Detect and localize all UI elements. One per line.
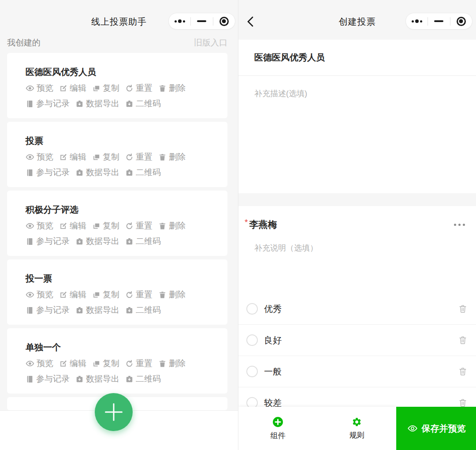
edit-button[interactable]: 编辑 xyxy=(59,151,86,163)
reset-button[interactable]: 重置 xyxy=(125,289,152,300)
pencil-square-icon xyxy=(59,291,67,299)
action-label: 重置 xyxy=(136,151,152,163)
action-label: 预览 xyxy=(37,151,53,163)
poll-action-row: 预览 编辑 复制 重置 删除 xyxy=(26,82,219,94)
vote-title-input[interactable]: 医德医风优秀人员 xyxy=(238,40,476,76)
action-label: 数据导出 xyxy=(86,167,119,178)
more-menu-button[interactable] xyxy=(169,13,190,29)
action-label: 参与记录 xyxy=(36,373,70,385)
action-label: 二维码 xyxy=(136,373,161,385)
delete-button[interactable]: 删除 xyxy=(158,220,186,232)
radio-circle-icon[interactable] xyxy=(246,366,258,377)
trash-icon xyxy=(158,84,167,93)
edit-button[interactable]: 编辑 xyxy=(59,289,86,300)
edit-button[interactable]: 编辑 xyxy=(59,220,86,232)
download-box-icon xyxy=(125,306,134,315)
edit-button[interactable]: 编辑 xyxy=(59,358,86,369)
target-circle-icon xyxy=(457,17,466,26)
dot-icon xyxy=(454,224,456,226)
qrcode-button[interactable]: 二维码 xyxy=(125,167,161,178)
trash-outline-icon[interactable] xyxy=(458,335,468,345)
question-note-input[interactable]: 补充说明（选填） xyxy=(254,243,476,253)
close-target-button[interactable] xyxy=(213,13,235,29)
copy-button[interactable]: 复制 xyxy=(92,151,119,163)
qrcode-button[interactable]: 二维码 xyxy=(125,373,161,385)
reset-button[interactable]: 重置 xyxy=(125,220,152,232)
action-label: 复制 xyxy=(103,289,119,300)
copy-button[interactable]: 复制 xyxy=(92,289,119,300)
question-title-input[interactable]: 李燕梅 xyxy=(249,218,277,231)
description-input[interactable]: 补充描述(选填) xyxy=(238,76,476,111)
reset-button[interactable]: 重置 xyxy=(125,358,152,369)
records-button[interactable]: 参与记录 xyxy=(26,304,70,316)
qrcode-button[interactable]: 二维码 xyxy=(125,98,161,109)
trash-icon xyxy=(158,222,167,230)
eye-icon xyxy=(26,290,34,299)
radio-circle-icon[interactable] xyxy=(246,303,258,315)
records-button[interactable]: 参与记录 xyxy=(26,98,70,109)
action-label: 预览 xyxy=(37,82,53,94)
close-target-button[interactable] xyxy=(450,13,472,29)
export-button[interactable]: 数据导出 xyxy=(75,373,119,385)
copy-button[interactable]: 复制 xyxy=(92,82,119,94)
question-more-button[interactable] xyxy=(453,221,466,229)
download-box-icon xyxy=(125,375,134,383)
action-label: 参与记录 xyxy=(36,167,70,178)
dot-icon xyxy=(415,19,419,23)
preview-button[interactable]: 预览 xyxy=(26,82,53,94)
delete-button[interactable]: 删除 xyxy=(158,358,186,369)
export-button[interactable]: 数据导出 xyxy=(75,304,119,316)
action-label: 编辑 xyxy=(70,358,86,369)
delete-button[interactable]: 删除 xyxy=(158,82,186,94)
option-label: 一般 xyxy=(264,366,282,378)
plus-circle-icon xyxy=(272,416,283,428)
poll-card: 医德医风优秀人员 预览 编辑 复制 重置 删除 xyxy=(7,53,227,118)
records-button[interactable]: 参与记录 xyxy=(26,236,70,247)
add-poll-fab-button[interactable] xyxy=(95,393,133,431)
preview-button[interactable]: 预览 xyxy=(26,220,53,232)
preview-button[interactable]: 预览 xyxy=(26,151,53,163)
download-box-icon xyxy=(75,375,84,383)
minimize-dash-icon xyxy=(434,20,443,22)
components-label: 组件 xyxy=(271,431,286,441)
preview-button[interactable]: 预览 xyxy=(26,289,53,300)
more-menu-button[interactable] xyxy=(406,13,428,29)
delete-button[interactable]: 删除 xyxy=(158,289,186,300)
export-button[interactable]: 数据导出 xyxy=(75,236,119,247)
trash-outline-icon[interactable] xyxy=(458,304,468,314)
reset-button[interactable]: 重置 xyxy=(125,82,152,94)
back-button[interactable] xyxy=(244,15,259,30)
action-label: 重置 xyxy=(136,82,152,94)
required-asterisk: * xyxy=(245,218,248,226)
export-button[interactable]: 数据导出 xyxy=(75,167,119,178)
question-header: * 李燕梅 xyxy=(238,206,476,231)
poll-card: 投一票 预览 编辑 复制 重置 删除 xyxy=(7,259,227,325)
legacy-entry-link[interactable]: 旧版入口 xyxy=(194,37,227,49)
qrcode-button[interactable]: 二维码 xyxy=(125,304,161,316)
poll-action-row: 参与记录 数据导出 二维码 xyxy=(26,167,219,178)
delete-button[interactable]: 删除 xyxy=(158,151,186,163)
trash-outline-icon[interactable] xyxy=(458,398,468,408)
poll-title: 投一票 xyxy=(26,273,219,284)
trash-outline-icon[interactable] xyxy=(458,367,468,376)
action-label: 复制 xyxy=(103,220,119,232)
minimize-button[interactable] xyxy=(428,13,450,29)
copy-button[interactable]: 复制 xyxy=(92,220,119,232)
reset-button[interactable]: 重置 xyxy=(125,151,152,163)
option-label: 良好 xyxy=(264,334,282,346)
qrcode-button[interactable]: 二维码 xyxy=(125,236,161,247)
minimize-button[interactable] xyxy=(191,13,212,29)
components-button[interactable]: 组件 xyxy=(238,407,317,450)
save-preview-button[interactable]: 保存并预览 xyxy=(396,407,476,450)
trash-icon xyxy=(158,291,167,299)
trash-icon xyxy=(158,360,167,368)
radio-circle-icon[interactable] xyxy=(246,334,258,346)
records-button[interactable]: 参与记录 xyxy=(26,167,70,178)
edit-button[interactable]: 编辑 xyxy=(59,82,86,94)
action-label: 二维码 xyxy=(136,236,161,247)
preview-button[interactable]: 预览 xyxy=(26,358,53,369)
copy-button[interactable]: 复制 xyxy=(92,358,119,369)
records-button[interactable]: 参与记录 xyxy=(26,373,70,385)
export-button[interactable]: 数据导出 xyxy=(75,98,119,109)
rules-button[interactable]: 规则 xyxy=(317,407,396,450)
